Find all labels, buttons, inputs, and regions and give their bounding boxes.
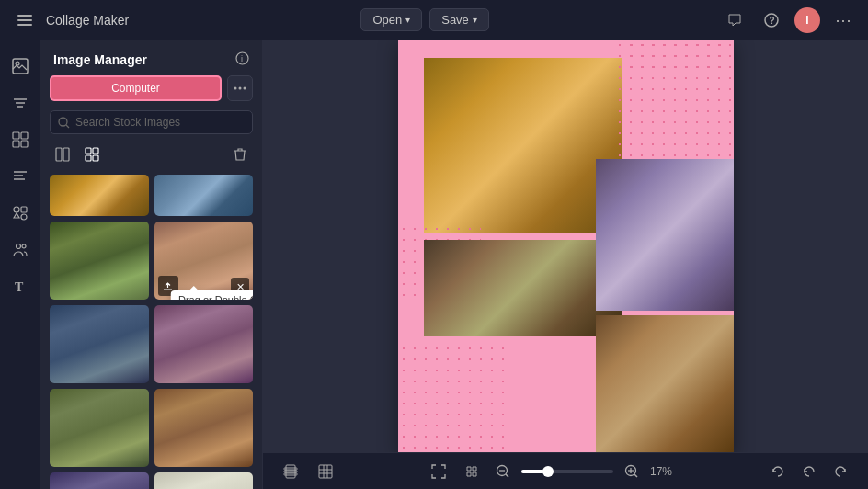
bottom-left: [278, 459, 338, 484]
fill-button[interactable]: [459, 459, 485, 484]
sidebar-text-btn[interactable]: [4, 160, 37, 193]
svg-rect-33: [93, 148, 98, 154]
svg-point-21: [22, 244, 26, 248]
more-options-button[interactable]: ⋯: [829, 6, 857, 34]
list-item[interactable]: [154, 305, 254, 383]
zoom-value: 17%: [650, 465, 678, 478]
list-item[interactable]: [154, 472, 254, 489]
collage-photo-3[interactable]: [596, 159, 734, 311]
zoom-slider[interactable]: [521, 470, 613, 473]
svg-point-25: [234, 87, 237, 90]
list-item[interactable]: [50, 175, 149, 216]
undo-button[interactable]: [796, 459, 822, 484]
image-manager-panel: Image Manager i Computer: [40, 40, 263, 489]
list-item[interactable]: [154, 175, 254, 216]
bottom-toolbar: 17%: [263, 452, 868, 489]
image-grid: ✕ Drag or Double Click: [40, 175, 262, 489]
svg-rect-40: [319, 465, 332, 478]
sidebar-elements-btn[interactable]: [4, 197, 37, 230]
svg-point-27: [244, 87, 246, 90]
collage-canvas[interactable]: [398, 40, 734, 452]
reset-button[interactable]: [765, 459, 791, 484]
svg-point-20: [16, 244, 20, 249]
svg-point-17: [14, 207, 19, 212]
close-icon[interactable]: ✕: [231, 278, 249, 296]
topbar-right: ? I ⋯: [721, 6, 857, 34]
svg-rect-32: [86, 148, 91, 154]
save-button[interactable]: Save ▾: [429, 8, 489, 31]
topbar-center: Open ▾ Save ▾: [360, 8, 488, 31]
svg-rect-11: [21, 132, 28, 139]
search-icon: [58, 117, 70, 129]
svg-line-47: [506, 474, 508, 477]
delete-btn[interactable]: [227, 142, 253, 167]
zoom-in-button[interactable]: [621, 461, 643, 483]
svg-rect-0: [17, 15, 32, 17]
list-item[interactable]: [50, 222, 149, 300]
help-icon-button[interactable]: ?: [758, 6, 785, 34]
zoom-thumb[interactable]: [542, 466, 554, 477]
svg-rect-34: [86, 155, 91, 161]
info-icon[interactable]: i: [235, 51, 249, 68]
svg-rect-1: [17, 19, 32, 21]
list-item[interactable]: [50, 389, 149, 467]
svg-point-19: [21, 214, 27, 220]
dot-pattern-4: [626, 40, 727, 76]
icon-sidebar: T: [0, 40, 40, 489]
collage-photo-2[interactable]: [424, 240, 622, 336]
layers-button[interactable]: [278, 459, 303, 484]
svg-point-6: [16, 62, 19, 65]
computer-tab[interactable]: Computer: [50, 75, 222, 101]
svg-line-29: [66, 125, 69, 128]
sidebar-image-btn[interactable]: [4, 50, 37, 83]
topbar-left: Collage Maker: [11, 6, 129, 34]
svg-rect-2: [17, 24, 32, 26]
canvas-wrapper: [263, 40, 868, 452]
svg-text:i: i: [241, 54, 243, 63]
sidebar-font-btn[interactable]: T: [4, 270, 37, 303]
list-item[interactable]: [50, 472, 149, 489]
app-title: Collage Maker: [46, 13, 129, 28]
collage-photo-4[interactable]: [596, 315, 734, 452]
redo-button[interactable]: [828, 459, 853, 484]
panel-tabs: Computer: [40, 75, 262, 110]
menu-button[interactable]: [11, 6, 39, 34]
fit-button[interactable]: [426, 459, 451, 484]
svg-rect-39: [286, 465, 295, 478]
view-controls: [40, 142, 262, 175]
panel-header: Image Manager i: [40, 40, 262, 75]
svg-rect-10: [13, 132, 19, 139]
svg-rect-35: [93, 155, 98, 161]
panel-title: Image Manager: [53, 52, 147, 67]
bottom-center: 17%: [426, 459, 678, 484]
list-item[interactable]: [154, 389, 254, 467]
canvas-area: 17%: [263, 40, 868, 489]
list-item[interactable]: [50, 305, 149, 383]
chat-icon-button[interactable]: [721, 6, 748, 34]
sidebar-layout-btn[interactable]: [4, 123, 37, 156]
search-bar[interactable]: [50, 110, 253, 134]
collage-photo-1[interactable]: [424, 58, 622, 233]
grid-view-btn[interactable]: [79, 142, 105, 167]
upload-icon[interactable]: [158, 276, 178, 296]
svg-rect-13: [21, 141, 28, 147]
collage-bottom-strip: [508, 389, 596, 452]
sidebar-people-btn[interactable]: [4, 233, 37, 267]
avatar-button[interactable]: I: [794, 7, 820, 33]
svg-point-28: [59, 118, 67, 126]
sidebar-filter-btn[interactable]: [4, 86, 37, 119]
svg-point-26: [239, 87, 242, 90]
main-area: T Image Manager i Computer: [0, 40, 868, 489]
svg-rect-30: [56, 148, 62, 161]
bottom-right: [765, 459, 853, 484]
list-item[interactable]: ✕ Drag or Double Click: [154, 222, 254, 300]
zoom-out-button[interactable]: [492, 461, 514, 483]
top-bar: Collage Maker Open ▾ Save ▾ ? I ⋯: [0, 0, 868, 40]
svg-text:?: ?: [770, 16, 775, 26]
search-input[interactable]: [75, 116, 245, 129]
single-col-view-btn[interactable]: [50, 142, 75, 167]
open-button[interactable]: Open ▾: [360, 8, 422, 31]
more-tab-button[interactable]: [227, 75, 253, 101]
grid-toggle-button[interactable]: [313, 459, 338, 484]
dot-pattern-3: [398, 343, 508, 452]
